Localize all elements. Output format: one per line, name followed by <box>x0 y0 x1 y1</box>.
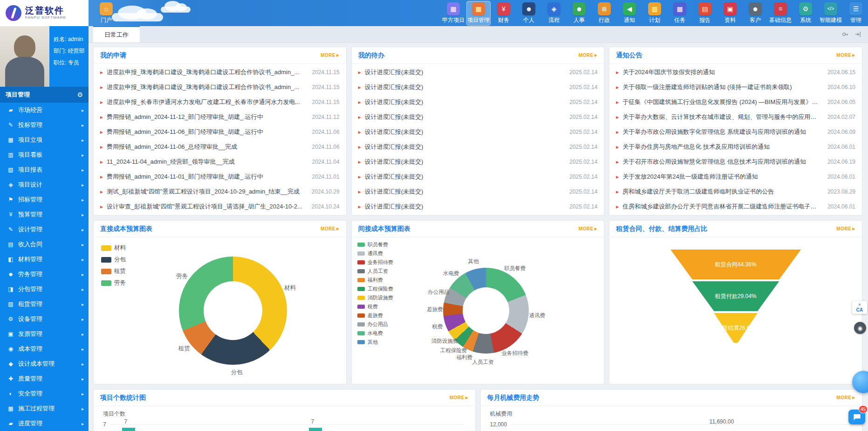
floating-tool-button[interactable]: ◉ <box>854 322 866 334</box>
list-item[interactable]: ▸设计进度汇报(未提交)2025.02.14 <box>358 65 598 80</box>
gear-icon[interactable]: ⚙ <box>77 91 83 98</box>
top-nav-item-17[interactable]: ☰管理 <box>844 1 868 26</box>
legend-item[interactable]: 税费 <box>357 303 393 310</box>
legend-item[interactable]: 消防设施费 <box>357 294 393 301</box>
sidebar-item-10[interactable]: ▤收入合同▸ <box>0 237 89 252</box>
list-item[interactable]: ▸关于领取一级注册建造师培训贴的通知 (须持一建证书前来领取)2024.06.1… <box>616 80 855 95</box>
legend-item[interactable]: 通讯费 <box>357 250 393 257</box>
sidebar-item-11[interactable]: ◧材料管理▸ <box>0 252 89 267</box>
top-nav-item-14[interactable]: ≡基础信息 <box>768 1 793 26</box>
sidebar-item-3[interactable]: ▦项目立项▸ <box>0 132 89 147</box>
list-item[interactable]: ▸设计进度汇报(未提交)2025.02.14 <box>358 125 598 139</box>
list-item[interactable]: ▸进度款申报_珠海鹤港口建设_珠海鹤港口建设工程合作协议书_admin_...2… <box>100 65 340 80</box>
top-nav-item-8[interactable]: ◀通知 <box>617 1 642 26</box>
more-link[interactable]: MORE▶ <box>579 226 598 231</box>
sidebar-item-5[interactable]: ▧项目报表▸ <box>0 162 89 177</box>
more-link[interactable]: MORE▶ <box>836 226 855 231</box>
legend-item[interactable]: 分包 <box>101 256 126 264</box>
list-item[interactable]: ▸设计进度汇报(未提交)2025.02.14 <box>358 95 598 110</box>
collapse-right-icon[interactable] <box>854 31 861 38</box>
sidebar-item-4[interactable]: ▥项目看板▸ <box>0 147 89 162</box>
ca-widget-button[interactable]: ✶ CA <box>852 301 867 314</box>
list-item[interactable]: ▸费用报销_admin_2024-11-06_总经理审批__完成2024.11.… <box>100 139 340 154</box>
more-link[interactable]: MORE▶ <box>321 226 340 231</box>
more-link[interactable]: MORE▶ <box>579 53 598 58</box>
list-item[interactable]: ▸房和城乡建设厅关于取消二级建造师临时执业证书的公告2023.08.29 <box>616 184 855 199</box>
list-item[interactable]: ▸费用报销_admin_2024-11-12_部门经理审批_胡建_.运行中202… <box>100 110 340 125</box>
more-link[interactable]: MORE▶ <box>836 395 855 400</box>
list-item[interactable]: ▸设计进度汇报(未提交)2025.02.14 <box>358 154 598 169</box>
list-item[interactable]: ▸设计进度汇报(未提交)2025.02.14 <box>358 184 598 199</box>
funnel-segment-rental-contract[interactable]: 租赁合同44.36% <box>670 250 801 279</box>
key-icon[interactable] <box>842 31 849 38</box>
sidebar-item-18[interactable]: ◆设计成本管理▸ <box>0 356 89 371</box>
more-link[interactable]: MORE▶ <box>450 395 469 400</box>
top-nav-item-11[interactable]: ▤报告 <box>693 1 717 26</box>
legend-item[interactable]: 人员工资 <box>357 268 393 275</box>
list-item[interactable]: ▸进度款申报_珠海鹤港口建设_珠海鹤港口建设工程合作协议书_admin_...2… <box>100 80 340 95</box>
list-item[interactable]: ▸设计进度汇报(未提交)2025.02.14 <box>358 169 598 184</box>
top-nav-item-2[interactable]: ▦项目管理 <box>466 1 491 26</box>
list-item[interactable]: ▸关于2024年国庆节放假安排的通知2024.06.15 <box>616 65 855 80</box>
top-nav-item-4[interactable]: ☻个人 <box>517 1 541 26</box>
legend-item[interactable]: 差旅费 <box>357 312 393 319</box>
top-nav-item-3[interactable]: ¥财务 <box>492 1 516 26</box>
legend-item[interactable]: 福利费 <box>357 277 393 284</box>
sidebar-item-16[interactable]: ▣发票管理▸ <box>0 327 89 341</box>
top-nav-item-6[interactable]: ☻人事 <box>567 1 591 26</box>
legend-item[interactable]: 职员餐费 <box>357 241 393 248</box>
sidebar-item-12[interactable]: ☻劳务管理▸ <box>0 267 89 282</box>
sidebar-item-17[interactable]: ◉成本管理▸ <box>0 341 89 356</box>
list-item[interactable]: ▸费用报销_admin_2024-11-06_部门经理审批_胡建_.运行中202… <box>100 125 340 139</box>
more-link[interactable]: MORE▶ <box>321 53 340 58</box>
top-nav-item-9[interactable]: ▥计划 <box>642 1 667 26</box>
top-nav-item-15[interactable]: ⚙系统 <box>793 1 818 26</box>
list-item[interactable]: ▸关于举办住房与房地产信息化 技术及应用培训班的通知2024.06.01 <box>616 139 855 154</box>
top-nav-item-7[interactable]: ≣行政 <box>592 1 616 26</box>
sidebar-item-8[interactable]: ¥预算管理▸ <box>0 207 89 222</box>
list-item[interactable]: ▸关于举办大数据、云计算技术在城市建设、规划、管理与服务中的应用培训班...20… <box>616 110 855 125</box>
top-nav-item-12[interactable]: ▣资料 <box>718 1 742 26</box>
legend-item[interactable]: 材料 <box>101 244 126 252</box>
legend-item[interactable]: 其他 <box>357 339 393 346</box>
top-nav-item-10[interactable]: ▦任务 <box>668 1 692 26</box>
sidebar-item-7[interactable]: ⚑招标管理▸ <box>0 192 89 207</box>
sidebar-item-2[interactable]: ✎投标管理▸ <box>0 118 89 132</box>
legend-item[interactable]: 工程保险费 <box>357 285 393 292</box>
list-item[interactable]: ▸费用报销_admin_2024-11-01_部门经理审批_胡建_.运行中202… <box>100 169 340 184</box>
logo[interactable]: 泛普软件 FANPU SOFTWARE <box>0 0 89 26</box>
list-item[interactable]: ▸于征集《中国建筑施工行业信息化发展报告 (2024) —BIM应用与发展》材料… <box>616 95 855 110</box>
tab-daily-work[interactable]: 日常工作 <box>93 26 140 42</box>
sidebar-item-20[interactable]: ◐安全管理▸ <box>0 386 89 401</box>
sidebar-item-21[interactable]: ▦施工过程管理▸ <box>0 401 89 416</box>
bar[interactable] <box>122 428 135 431</box>
top-nav-item-5[interactable]: ◈流程 <box>542 1 566 26</box>
list-item[interactable]: ▸设计进度汇报(未提交)2025.02.14 <box>358 80 598 95</box>
legend-item[interactable]: 劳务 <box>101 279 126 287</box>
sidebar-item-19[interactable]: ✚质量管理▸ <box>0 371 89 386</box>
legend-item[interactable]: 租赁 <box>101 267 126 275</box>
list-item[interactable]: ▸进度款申报_长春市伊通河水力发电厂改建工程_长春市伊通河水力发电...2024… <box>100 95 340 110</box>
top-nav-item-13[interactable]: ☻客户 <box>743 1 767 26</box>
list-item[interactable]: ▸住房和城乡建设部办公厅关于同意吉林省开展二级建造师注册证书电子化试点...20… <box>616 199 855 214</box>
sidebar-item-1[interactable]: ▰市场经营▸ <box>0 103 89 118</box>
sidebar-item-15[interactable]: ⚙设备管理▸ <box>0 312 89 327</box>
list-item[interactable]: ▸测试_彭祖新城“四馆”景观工程设计项目_2024-10-29_admin_结束… <box>100 184 340 199</box>
sidebar-item-14[interactable]: ▨租赁管理▸ <box>0 297 89 312</box>
legend-item[interactable]: 水电费 <box>357 330 393 337</box>
list-item[interactable]: ▸关于召开市政公用设施智慧化管理信息 信息技术与应用培训班的通知2024.06.… <box>616 154 855 169</box>
sidebar-item-22[interactable]: ▰进度管理▸ <box>0 416 89 431</box>
chat-button[interactable]: 45 <box>848 410 865 424</box>
list-item[interactable]: ▸关于发放2024年第24批一级建造师注册证书的通知2024.06.01 <box>616 169 855 184</box>
funnel-segment-rental-settlement[interactable]: 租赁结算26.6% <box>670 313 801 343</box>
list-item[interactable]: ▸关于举办市政公用设施数字化管理信息 系统建设与应用培训班的通知2024.06.… <box>616 125 855 139</box>
list-item[interactable]: ▸设计审查_彭祖新城“四馆”景观工程设计项目_请选择_胡广生_2024-10-2… <box>100 199 340 214</box>
funnel-segment-rental-payment[interactable]: 租赁付款29.04% <box>670 281 801 311</box>
list-item[interactable]: ▸设计进度汇报(未提交)2025.02.14 <box>358 139 598 154</box>
legend-item[interactable]: 业务招待费 <box>357 259 393 266</box>
list-item[interactable]: ▸设计进度汇报(未提交)2025.02.14 <box>358 110 598 125</box>
list-item[interactable]: ▸11_2024-11-04_admin_经营部_领导审批__完成2024.11… <box>100 154 340 169</box>
sidebar-item-6[interactable]: ◈项目设计▸ <box>0 177 89 192</box>
legend-item[interactable]: 办公用品 <box>357 321 393 328</box>
sidebar-item-9[interactable]: ✎设计管理▸ <box>0 222 89 237</box>
